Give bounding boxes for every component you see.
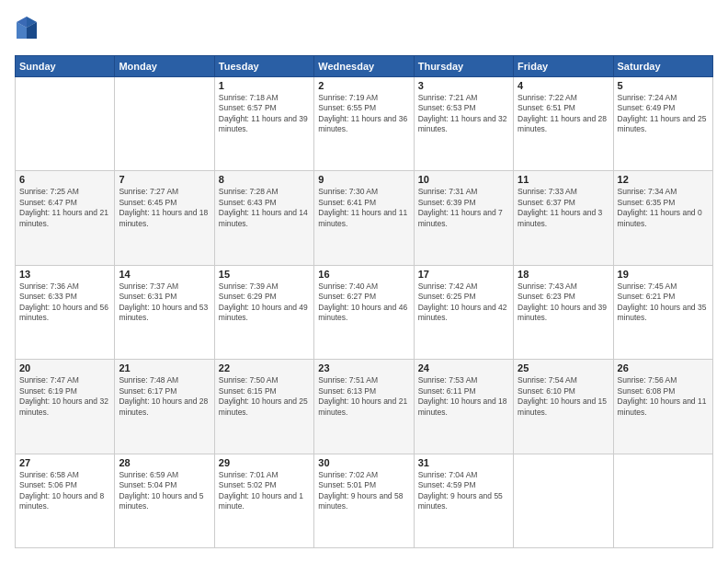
cell-info: Sunrise: 7:53 AM Sunset: 6:11 PM Dayligh… bbox=[418, 375, 509, 418]
calendar-cell: 6Sunrise: 7:25 AM Sunset: 6:47 PM Daylig… bbox=[16, 171, 115, 265]
calendar-cell: 26Sunrise: 7:56 AM Sunset: 6:08 PM Dayli… bbox=[613, 360, 712, 454]
weekday-header-saturday: Saturday bbox=[613, 56, 712, 77]
cell-info: Sunrise: 7:56 AM Sunset: 6:08 PM Dayligh… bbox=[618, 375, 709, 418]
cell-info: Sunrise: 7:54 AM Sunset: 6:10 PM Dayligh… bbox=[518, 375, 609, 418]
day-number: 7 bbox=[119, 174, 210, 185]
weekday-header-tuesday: Tuesday bbox=[214, 56, 313, 77]
day-number: 25 bbox=[518, 362, 609, 373]
weekday-header-row: SundayMondayTuesdayWednesdayThursdayFrid… bbox=[16, 56, 713, 77]
cell-info: Sunrise: 7:18 AM Sunset: 6:57 PM Dayligh… bbox=[219, 93, 310, 135]
day-number: 28 bbox=[119, 457, 210, 468]
cell-info: Sunrise: 7:04 AM Sunset: 4:59 PM Dayligh… bbox=[418, 470, 509, 512]
cell-info: Sunrise: 7:36 AM Sunset: 6:33 PM Dayligh… bbox=[19, 282, 110, 324]
calendar-cell: 1Sunrise: 7:18 AM Sunset: 6:57 PM Daylig… bbox=[214, 77, 313, 171]
cell-info: Sunrise: 7:30 AM Sunset: 6:41 PM Dayligh… bbox=[318, 187, 409, 229]
calendar-cell bbox=[613, 454, 712, 547]
day-number: 30 bbox=[318, 457, 409, 468]
cell-info: Sunrise: 7:02 AM Sunset: 5:01 PM Dayligh… bbox=[318, 470, 409, 512]
day-number: 22 bbox=[219, 362, 310, 373]
day-number: 27 bbox=[19, 457, 110, 468]
calendar-cell: 9Sunrise: 7:30 AM Sunset: 6:41 PM Daylig… bbox=[314, 171, 414, 265]
weekday-header-friday: Friday bbox=[514, 56, 613, 77]
cell-info: Sunrise: 7:42 AM Sunset: 6:25 PM Dayligh… bbox=[418, 282, 509, 324]
day-number: 5 bbox=[618, 80, 709, 91]
day-number: 26 bbox=[618, 362, 709, 373]
calendar-cell: 29Sunrise: 7:01 AM Sunset: 5:02 PM Dayli… bbox=[214, 454, 313, 547]
day-number: 9 bbox=[318, 174, 409, 185]
cell-info: Sunrise: 7:27 AM Sunset: 6:45 PM Dayligh… bbox=[119, 187, 210, 229]
day-number: 17 bbox=[418, 269, 509, 280]
calendar-cell: 8Sunrise: 7:28 AM Sunset: 6:43 PM Daylig… bbox=[214, 171, 313, 265]
calendar-cell: 27Sunrise: 6:58 AM Sunset: 5:06 PM Dayli… bbox=[16, 454, 115, 547]
calendar-cell: 11Sunrise: 7:33 AM Sunset: 6:37 PM Dayli… bbox=[514, 171, 613, 265]
calendar-cell: 15Sunrise: 7:39 AM Sunset: 6:29 PM Dayli… bbox=[214, 265, 313, 359]
cell-info: Sunrise: 7:22 AM Sunset: 6:51 PM Dayligh… bbox=[518, 93, 609, 135]
cell-info: Sunrise: 7:01 AM Sunset: 5:02 PM Dayligh… bbox=[219, 470, 310, 512]
day-number: 4 bbox=[518, 80, 609, 91]
day-number: 3 bbox=[418, 80, 509, 91]
cell-info: Sunrise: 7:43 AM Sunset: 6:23 PM Dayligh… bbox=[518, 282, 609, 324]
calendar-cell: 7Sunrise: 7:27 AM Sunset: 6:45 PM Daylig… bbox=[115, 171, 214, 265]
day-number: 12 bbox=[618, 174, 709, 185]
calendar-week-row: 13Sunrise: 7:36 AM Sunset: 6:33 PM Dayli… bbox=[16, 265, 713, 359]
calendar-week-row: 1Sunrise: 7:18 AM Sunset: 6:57 PM Daylig… bbox=[16, 77, 713, 171]
calendar-cell bbox=[514, 454, 613, 547]
cell-info: Sunrise: 6:58 AM Sunset: 5:06 PM Dayligh… bbox=[19, 470, 110, 512]
day-number: 2 bbox=[318, 80, 409, 91]
day-number: 19 bbox=[618, 269, 709, 280]
calendar-cell: 22Sunrise: 7:50 AM Sunset: 6:15 PM Dayli… bbox=[214, 360, 313, 454]
day-number: 20 bbox=[19, 362, 110, 373]
calendar-cell: 3Sunrise: 7:21 AM Sunset: 6:53 PM Daylig… bbox=[414, 77, 513, 171]
calendar-cell: 17Sunrise: 7:42 AM Sunset: 6:25 PM Dayli… bbox=[414, 265, 513, 359]
cell-info: Sunrise: 7:47 AM Sunset: 6:19 PM Dayligh… bbox=[19, 375, 110, 418]
day-number: 21 bbox=[119, 362, 210, 373]
cell-info: Sunrise: 7:39 AM Sunset: 6:29 PM Dayligh… bbox=[219, 282, 310, 324]
calendar-week-row: 27Sunrise: 6:58 AM Sunset: 5:06 PM Dayli… bbox=[16, 454, 713, 547]
cell-info: Sunrise: 7:45 AM Sunset: 6:21 PM Dayligh… bbox=[618, 282, 709, 324]
calendar-cell: 14Sunrise: 7:37 AM Sunset: 6:31 PM Dayli… bbox=[115, 265, 214, 359]
weekday-header-monday: Monday bbox=[115, 56, 214, 77]
cell-info: Sunrise: 7:48 AM Sunset: 6:17 PM Dayligh… bbox=[119, 375, 210, 418]
calendar-cell bbox=[16, 77, 115, 171]
cell-info: Sunrise: 7:24 AM Sunset: 6:49 PM Dayligh… bbox=[618, 93, 709, 135]
calendar-cell: 13Sunrise: 7:36 AM Sunset: 6:33 PM Dayli… bbox=[16, 265, 115, 359]
day-number: 13 bbox=[19, 269, 110, 280]
cell-info: Sunrise: 7:37 AM Sunset: 6:31 PM Dayligh… bbox=[119, 282, 210, 324]
cell-info: Sunrise: 7:34 AM Sunset: 6:35 PM Dayligh… bbox=[618, 187, 709, 229]
calendar-cell: 28Sunrise: 6:59 AM Sunset: 5:04 PM Dayli… bbox=[115, 454, 214, 547]
calendar-cell: 4Sunrise: 7:22 AM Sunset: 6:51 PM Daylig… bbox=[514, 77, 613, 171]
cell-info: Sunrise: 7:28 AM Sunset: 6:43 PM Dayligh… bbox=[219, 187, 310, 229]
calendar-cell: 16Sunrise: 7:40 AM Sunset: 6:27 PM Dayli… bbox=[314, 265, 414, 359]
calendar-table: SundayMondayTuesdayWednesdayThursdayFrid… bbox=[15, 55, 713, 548]
calendar-cell: 20Sunrise: 7:47 AM Sunset: 6:19 PM Dayli… bbox=[16, 360, 115, 454]
day-number: 24 bbox=[418, 362, 509, 373]
day-number: 15 bbox=[219, 269, 310, 280]
calendar-cell: 24Sunrise: 7:53 AM Sunset: 6:11 PM Dayli… bbox=[414, 360, 513, 454]
weekday-header-thursday: Thursday bbox=[414, 56, 513, 77]
calendar-cell: 30Sunrise: 7:02 AM Sunset: 5:01 PM Dayli… bbox=[314, 454, 414, 547]
cell-info: Sunrise: 7:21 AM Sunset: 6:53 PM Dayligh… bbox=[418, 93, 509, 135]
calendar-week-row: 6Sunrise: 7:25 AM Sunset: 6:47 PM Daylig… bbox=[16, 171, 713, 265]
day-number: 18 bbox=[518, 269, 609, 280]
weekday-header-wednesday: Wednesday bbox=[314, 56, 414, 77]
cell-info: Sunrise: 7:33 AM Sunset: 6:37 PM Dayligh… bbox=[518, 187, 609, 229]
calendar-cell bbox=[115, 77, 214, 171]
cell-info: Sunrise: 7:19 AM Sunset: 6:55 PM Dayligh… bbox=[318, 93, 409, 135]
day-number: 11 bbox=[518, 174, 609, 185]
calendar-cell: 31Sunrise: 7:04 AM Sunset: 4:59 PM Dayli… bbox=[414, 454, 513, 547]
calendar-cell: 18Sunrise: 7:43 AM Sunset: 6:23 PM Dayli… bbox=[514, 265, 613, 359]
calendar-cell: 23Sunrise: 7:51 AM Sunset: 6:13 PM Dayli… bbox=[314, 360, 414, 454]
day-number: 6 bbox=[19, 174, 110, 185]
cell-info: Sunrise: 7:51 AM Sunset: 6:13 PM Dayligh… bbox=[318, 375, 409, 418]
calendar-week-row: 20Sunrise: 7:47 AM Sunset: 6:19 PM Dayli… bbox=[16, 360, 713, 454]
cell-info: Sunrise: 6:59 AM Sunset: 5:04 PM Dayligh… bbox=[119, 470, 210, 512]
day-number: 8 bbox=[219, 174, 310, 185]
calendar-cell: 25Sunrise: 7:54 AM Sunset: 6:10 PM Dayli… bbox=[514, 360, 613, 454]
day-number: 16 bbox=[318, 269, 409, 280]
calendar-cell: 2Sunrise: 7:19 AM Sunset: 6:55 PM Daylig… bbox=[314, 77, 414, 171]
logo-icon bbox=[15, 15, 39, 42]
cell-info: Sunrise: 7:40 AM Sunset: 6:27 PM Dayligh… bbox=[318, 282, 409, 324]
cell-info: Sunrise: 7:25 AM Sunset: 6:47 PM Dayligh… bbox=[19, 187, 110, 229]
calendar-cell: 12Sunrise: 7:34 AM Sunset: 6:35 PM Dayli… bbox=[613, 171, 712, 265]
calendar-cell: 5Sunrise: 7:24 AM Sunset: 6:49 PM Daylig… bbox=[613, 77, 712, 171]
